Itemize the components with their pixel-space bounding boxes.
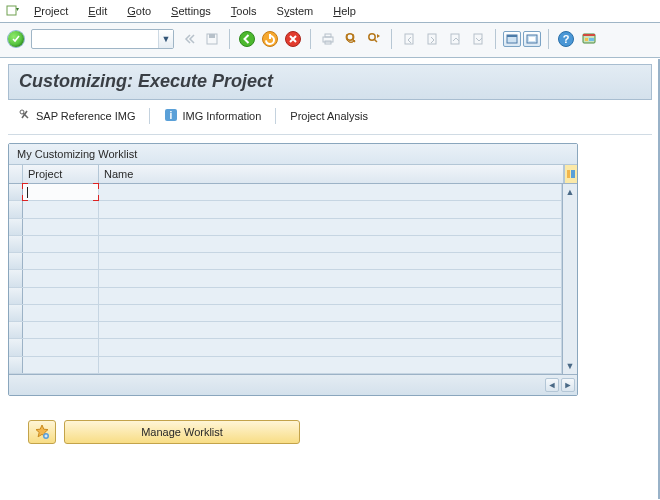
find-next-icon[interactable] xyxy=(364,29,384,49)
menu-settings[interactable]: Settings xyxy=(165,3,217,19)
grid-body: ▲ ▼ xyxy=(9,184,577,374)
row-selector[interactable] xyxy=(9,184,23,200)
svg-rect-34 xyxy=(571,170,575,178)
toolbar-separator xyxy=(548,29,549,49)
below-panel-actions: Manage Worklist xyxy=(28,420,652,444)
help-icon[interactable]: ? xyxy=(556,29,576,49)
menu-project[interactable]: Project xyxy=(28,3,74,19)
scroll-up-icon[interactable]: ▲ xyxy=(566,187,575,197)
scroll-right-icon[interactable]: ► xyxy=(561,378,575,392)
menu-system[interactable]: System xyxy=(271,3,320,19)
svg-rect-0 xyxy=(7,6,16,15)
menu-dropdown-icon[interactable] xyxy=(6,4,20,18)
cell-name[interactable] xyxy=(99,184,562,200)
first-page-icon[interactable] xyxy=(399,29,419,49)
grid-header-name[interactable]: Name xyxy=(99,165,564,183)
sap-reference-img-button[interactable]: SAP Reference IMG xyxy=(12,106,141,126)
table-row[interactable] xyxy=(9,322,562,339)
svg-rect-19 xyxy=(507,35,517,37)
svg-text:i: i xyxy=(170,110,173,121)
print-icon[interactable] xyxy=(318,29,338,49)
next-page-icon[interactable] xyxy=(445,29,465,49)
grid-rows xyxy=(9,184,562,374)
vertical-scrollbar[interactable]: ▲ ▼ xyxy=(562,184,577,374)
worklist-panel: My Customizing Worklist Project Name xyxy=(8,143,578,396)
generate-shortcut-icon[interactable] xyxy=(523,31,541,47)
back-icon[interactable] xyxy=(237,29,257,49)
table-row[interactable] xyxy=(9,270,562,287)
add-favorite-button[interactable] xyxy=(28,420,56,444)
svg-point-12 xyxy=(369,34,375,40)
svg-point-3 xyxy=(240,32,255,47)
table-row[interactable] xyxy=(9,339,562,356)
svg-rect-21 xyxy=(529,37,535,41)
table-row[interactable] xyxy=(9,184,562,201)
toolbar-separator xyxy=(495,29,496,49)
tools-icon xyxy=(18,108,32,124)
find-icon[interactable] xyxy=(341,29,361,49)
table-row[interactable] xyxy=(9,288,562,305)
svg-rect-33 xyxy=(567,170,570,178)
worklist-panel-title: My Customizing Worklist xyxy=(9,144,577,165)
svg-rect-25 xyxy=(583,34,595,36)
svg-rect-2 xyxy=(209,34,215,38)
svg-rect-8 xyxy=(325,34,331,37)
table-row[interactable] xyxy=(9,253,562,270)
column-config-icon[interactable] xyxy=(564,165,577,183)
cell-project[interactable] xyxy=(23,184,99,200)
grid-footer: ◄ ► xyxy=(9,374,577,395)
toolbar-separator xyxy=(310,29,311,49)
standard-toolbar: ▼ ? xyxy=(0,23,660,58)
sap-reference-img-label: SAP Reference IMG xyxy=(36,110,135,122)
table-row[interactable] xyxy=(9,219,562,236)
svg-point-10 xyxy=(347,34,353,40)
toolbar-separator xyxy=(391,29,392,49)
img-information-button[interactable]: i IMG Information xyxy=(158,106,267,126)
app-separator xyxy=(149,108,150,124)
last-page-icon[interactable] xyxy=(468,29,488,49)
svg-rect-27 xyxy=(589,38,594,41)
scroll-down-icon[interactable]: ▼ xyxy=(566,361,575,371)
page-title: Customizing: Execute Project xyxy=(19,71,273,91)
command-field[interactable] xyxy=(32,30,158,48)
command-history-dropdown[interactable]: ▼ xyxy=(158,30,173,48)
enter-button[interactable] xyxy=(8,31,24,47)
menu-bar: Project Edit Goto Settings Tools System … xyxy=(0,0,660,23)
grid-header: Project Name xyxy=(9,165,577,184)
prev-page-icon[interactable] xyxy=(422,29,442,49)
customize-local-layout-icon[interactable] xyxy=(579,29,599,49)
table-row[interactable] xyxy=(9,201,562,218)
table-row[interactable] xyxy=(9,236,562,253)
menu-edit[interactable]: Edit xyxy=(82,3,113,19)
scroll-left-icon[interactable]: ◄ xyxy=(545,378,559,392)
manage-worklist-label: Manage Worklist xyxy=(141,426,223,438)
project-analysis-label: Project Analysis xyxy=(290,110,368,122)
star-plus-icon xyxy=(34,424,50,440)
menu-help[interactable]: Help xyxy=(327,3,362,19)
info-icon: i xyxy=(164,108,178,124)
menu-goto[interactable]: Goto xyxy=(121,3,157,19)
command-field-wrap: ▼ xyxy=(31,29,174,49)
table-row[interactable] xyxy=(9,305,562,322)
table-row[interactable] xyxy=(9,357,562,374)
save-icon[interactable] xyxy=(202,29,222,49)
grid-header-project[interactable]: Project xyxy=(23,165,99,183)
img-information-label: IMG Information xyxy=(182,110,261,122)
menu-tools[interactable]: Tools xyxy=(225,3,263,19)
svg-text:?: ? xyxy=(563,33,570,45)
exit-icon[interactable] xyxy=(260,29,280,49)
grid-header-selector[interactable] xyxy=(9,165,23,183)
project-analysis-button[interactable]: Project Analysis xyxy=(284,108,374,124)
manage-worklist-button[interactable]: Manage Worklist xyxy=(64,420,300,444)
toolbar-separator xyxy=(229,29,230,49)
new-session-icon[interactable] xyxy=(503,31,521,47)
svg-line-13 xyxy=(375,40,378,43)
cancel-icon[interactable] xyxy=(283,29,303,49)
content-area: My Customizing Worklist Project Name xyxy=(8,143,652,444)
app-separator xyxy=(275,108,276,124)
worklist-grid: Project Name xyxy=(9,165,577,395)
expand-collapse-icon[interactable] xyxy=(179,29,199,49)
svg-rect-26 xyxy=(585,38,588,41)
application-toolbar: SAP Reference IMG i IMG Information Proj… xyxy=(8,100,652,135)
page-title-bar: Customizing: Execute Project xyxy=(8,64,652,100)
